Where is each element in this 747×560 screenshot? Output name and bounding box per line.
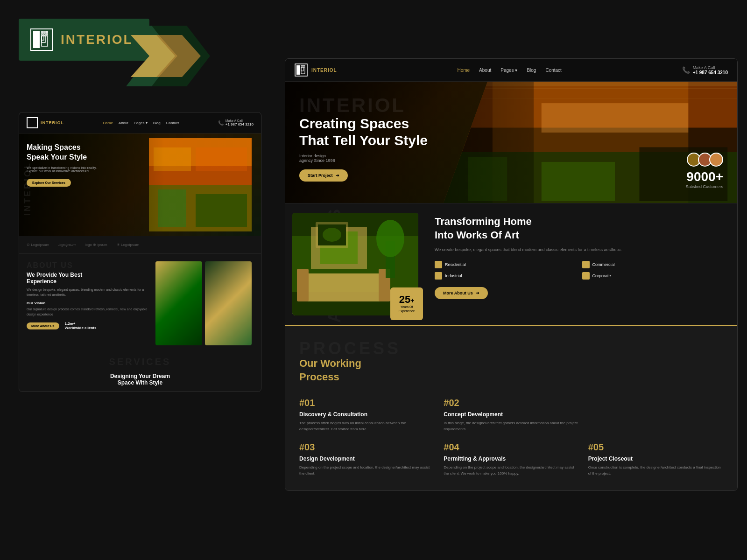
left-nav-about[interactable]: About: [119, 121, 128, 125]
right-phone-num: +1 987 654 3210: [693, 70, 728, 75]
left-mockup-hero: INTERIOL Making SpacesSpeak Your Style W…: [19, 133, 261, 236]
left-nav-links: Home About Pages ▾ Blog Contact: [103, 121, 179, 125]
left-stat: 1.2m+ Worldwide clients: [65, 322, 97, 330]
process-num-5: #05: [588, 442, 723, 453]
right-hero: INTERIOL Creating SpacesThat Tell Your S…: [285, 82, 737, 203]
right-nav-home[interactable]: Home: [457, 68, 470, 73]
right-process-title-area: PROCESS Our WorkingProcess: [299, 340, 401, 384]
svg-rect-3: [44, 31, 45, 33]
logo-icon: [30, 28, 53, 51]
process-item-3: #03 Design Development Depending on the …: [299, 442, 434, 477]
svg-rect-27: [301, 67, 305, 74]
process-desc-1: The process often begins with an initial…: [299, 420, 434, 433]
svg-point-51: [323, 228, 341, 242]
right-process-section: PROCESS Our WorkingProcess #01 Discovery…: [285, 325, 737, 490]
svg-point-48: [376, 220, 404, 257]
svg-rect-24: [301, 65, 302, 66]
left-nav-blog[interactable]: Blog: [153, 121, 161, 125]
svg-rect-10: [42, 36, 44, 40]
left-phone-label: Make A Call: [226, 119, 254, 122]
industrial-label: Industrial: [445, 273, 462, 278]
process-desc-4: Depending on the project scope and locat…: [444, 465, 578, 477]
svg-rect-45: [297, 269, 309, 301]
left-about-title: We Provide You BestExperience: [27, 272, 149, 285]
left-phone-area: 📞 Make A Call +1 987 654 3210: [218, 119, 254, 126]
years-plus: +: [410, 297, 414, 304]
right-mockup-nav: INTERIOL Home About Pages ▾ Blog Contact…: [285, 59, 737, 82]
years-text: Years OfExperience: [398, 305, 415, 313]
right-website-mockup: INTERIOL Home About Pages ▾ Blog Contact…: [285, 58, 738, 491]
years-num: 25: [399, 294, 410, 305]
left-hero-subtitle: We specialize in transforming visions in…: [27, 166, 97, 173]
right-phone-label: Make A Call: [693, 65, 728, 70]
right-logo-icon: [295, 63, 308, 77]
svg-rect-28: [301, 67, 303, 71]
right-hero-stats: 9000+ Satisfied Customers: [685, 153, 723, 189]
svg-rect-35: [542, 162, 615, 201]
commercial-icon: [582, 261, 590, 268]
right-nav-pages[interactable]: Pages ▾: [500, 68, 517, 73]
service-residential: Residential: [435, 261, 578, 268]
left-brand-text: INTERIOL: [41, 120, 64, 125]
process-item-1: #01 Discovery & Consultation The process…: [299, 398, 434, 433]
right-more-arrow: ➜: [476, 291, 479, 295]
logo-item-2: logoipsum: [58, 243, 75, 247]
left-about-section: ABOUT US We Provide You BestExperience W…: [19, 254, 261, 353]
right-nav-about[interactable]: About: [479, 68, 491, 73]
svg-rect-32: [542, 103, 689, 133]
process-title-4: Permitting & Approvals: [444, 455, 578, 462]
right-logo: INTERIOL: [295, 63, 337, 77]
left-services-label: SERVICES: [19, 353, 261, 371]
left-phone-num: +1 987 654 3210: [226, 122, 254, 126]
left-explore-btn[interactable]: Explore Our Services: [27, 179, 71, 187]
left-hero-title: Making SpacesSpeak Your Style: [27, 143, 97, 162]
process-num-3: #03: [299, 442, 434, 453]
svg-rect-26: [304, 65, 305, 66]
service-corporate: Corporate: [582, 272, 726, 280]
svg-rect-9: [42, 36, 45, 42]
left-hero-content: Making SpacesSpeak Your Style We special…: [27, 143, 97, 187]
svg-rect-23: [296, 65, 300, 75]
right-process-watermark: PROCESS: [299, 340, 401, 357]
right-about-img: 25 + Years OfExperience: [292, 213, 418, 315]
process-title-5: Project Closeout: [588, 455, 723, 462]
left-nav-home[interactable]: Home: [103, 121, 113, 125]
right-hero-content: INTERIOL Creating SpacesThat Tell Your S…: [299, 96, 428, 182]
right-nav-links: Home About Pages ▾ Blog Contact: [457, 68, 561, 73]
residential-icon: [435, 261, 442, 268]
years-badge: 25 + Years OfExperience: [390, 287, 423, 320]
right-about-right: Transforming HomeInto Works Of Art We cr…: [425, 203, 737, 325]
svg-rect-44: [297, 273, 390, 301]
right-nav-contact[interactable]: Contact: [545, 68, 561, 73]
process-num-1: #01: [299, 398, 434, 408]
left-logos-bar: ⊙ Logoipsum logoipsum logo ⊕ ipsum ✳ Log…: [19, 236, 261, 254]
process-item-2: #02 Concept Development In this stage, t…: [444, 398, 578, 433]
logo-item-4: ✳ Logoipsum: [117, 243, 139, 247]
service-commercial: Commercial: [582, 261, 726, 268]
right-about-title: Transforming HomeInto Works Of Art: [435, 215, 726, 242]
right-hero-desc: Interior designagency Since 1998: [299, 154, 428, 163]
left-more-btn[interactable]: More About Us: [27, 322, 59, 329]
left-logo-box: [27, 117, 38, 128]
chevron-decoration: [126, 26, 219, 100]
right-about-desc: We create bespoke, elegant spaces that b…: [435, 246, 726, 253]
right-brand-text: INTERIOL: [311, 68, 337, 73]
svg-rect-25: [303, 65, 303, 66]
left-about-images: [155, 261, 254, 345]
right-more-btn[interactable]: More About Us ➜: [435, 287, 488, 299]
residential-label: Residential: [445, 262, 466, 267]
left-nav-contact[interactable]: Contact: [166, 121, 179, 125]
right-panel: INTERIOL Home About Pages ▾ Blog Contact…: [275, 0, 747, 560]
svg-rect-8: [42, 36, 48, 46]
svg-rect-6: [44, 34, 45, 35]
process-title-2: Concept Development: [444, 411, 578, 418]
left-nav-pages[interactable]: Pages ▾: [134, 121, 148, 125]
right-hero-title: Creating SpacesThat Tell Your Style: [299, 115, 428, 149]
right-nav-blog[interactable]: Blog: [527, 68, 536, 73]
svg-rect-5: [42, 34, 43, 35]
right-process-title: Our WorkingProcess: [299, 357, 401, 384]
right-avatars: [685, 153, 723, 167]
left-mockup-logo: INTERIOL: [27, 117, 64, 128]
right-hero-watermark: INTERIOL: [299, 96, 428, 115]
right-start-btn[interactable]: Start Project ➜: [299, 169, 348, 182]
